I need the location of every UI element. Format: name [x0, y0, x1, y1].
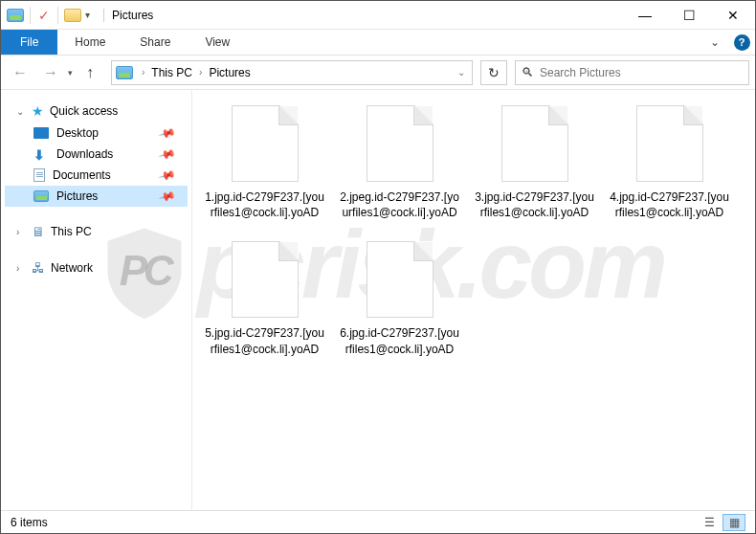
new-folder-button[interactable]	[64, 9, 81, 22]
properties-button[interactable]: ✓	[36, 8, 52, 23]
navigation-pane: ⌄ ★ Quick access Desktop 📌 ⬇ Downloads 📌…	[1, 90, 192, 510]
search-input[interactable]	[540, 66, 743, 79]
file-icon	[501, 105, 568, 182]
forward-button[interactable]: →	[37, 59, 64, 86]
minimize-button[interactable]: —	[623, 1, 667, 30]
network-icon: 🖧	[32, 260, 45, 276]
chevron-right-icon: ›	[16, 263, 26, 274]
quick-access-toolbar: ✓ ▾	[1, 7, 96, 24]
address-bar[interactable]: › This PC › Pictures ⌄	[111, 60, 473, 85]
desktop-icon	[33, 127, 49, 139]
documents-icon	[33, 168, 45, 182]
file-item[interactable]: 4.jpg.id-C279F237.[yourfiles1@cock.li].y…	[605, 100, 734, 226]
details-view-button[interactable]: ☰	[698, 514, 721, 531]
back-button[interactable]: ←	[7, 59, 33, 86]
sidebar-item-pictures[interactable]: Pictures 📌	[5, 186, 188, 207]
thumbnails-icon: ▦	[729, 516, 740, 529]
arrow-right-icon: →	[43, 64, 58, 81]
sidebar-item-label: Downloads	[56, 147, 113, 161]
tab-share[interactable]: Share	[122, 30, 188, 55]
chevron-right-icon[interactable]: ›	[139, 67, 147, 78]
sidebar-this-pc[interactable]: › 🖥 This PC	[5, 220, 188, 243]
address-dropdown[interactable]: ⌄	[455, 67, 468, 78]
titlebar: ✓ ▾ Pictures — ☐ ✕	[1, 1, 755, 30]
sidebar-item-documents[interactable]: Documents 📌	[5, 165, 188, 186]
star-icon: ★	[32, 103, 44, 119]
file-menu[interactable]: File	[1, 30, 57, 55]
tab-view[interactable]: View	[188, 30, 247, 55]
chevron-right-icon: ›	[16, 227, 26, 237]
location-icon	[116, 66, 133, 79]
file-item[interactable]: 6.jpg.id-C279F237.[yourfiles1@cock.li].y…	[335, 235, 464, 362]
chevron-down-icon: ▾	[68, 68, 73, 78]
body: ⌄ ★ Quick access Desktop 📌 ⬇ Downloads 📌…	[1, 90, 755, 510]
file-name-label: 2.jpeg.id-C279F237.[yourfiles1@cock.li].…	[339, 189, 460, 220]
file-list[interactable]: 1.jpg.id-C279F237.[yourfiles1@cock.li].y…	[192, 90, 755, 510]
computer-icon: 🖥	[32, 224, 45, 239]
ribbon-expand-button[interactable]: ⌄	[701, 30, 728, 55]
chevron-down-icon: ⌄	[710, 35, 720, 49]
close-button[interactable]: ✕	[711, 1, 755, 30]
pin-icon: 📌	[158, 123, 177, 143]
file-item[interactable]: 3.jpg.id-C279F237.[yourfiles1@cock.li].y…	[470, 100, 599, 226]
ribbon: File Home Share View ⌄ ?	[1, 30, 755, 56]
refresh-icon: ↻	[488, 65, 500, 80]
file-icon	[636, 105, 703, 182]
tab-home[interactable]: Home	[57, 30, 122, 55]
help-icon: ?	[734, 34, 750, 51]
file-name-label: 6.jpg.id-C279F237.[yourfiles1@cock.li].y…	[339, 325, 460, 356]
title-text: Pictures	[103, 9, 153, 22]
sidebar-network[interactable]: › 🖧 Network	[5, 256, 188, 279]
window-title: Pictures	[100, 9, 153, 22]
downloads-icon: ⬇	[33, 147, 49, 161]
arrow-left-icon: ←	[12, 64, 28, 81]
navigation-bar: ← → ▾ ↑ › This PC › Pictures ⌄ ↻ 🔍︎	[1, 56, 755, 90]
sidebar-header-label: This PC	[51, 225, 92, 238]
maximize-button[interactable]: ☐	[667, 1, 711, 30]
file-item[interactable]: 5.jpg.id-C279F237.[yourfiles1@cock.li].y…	[200, 235, 329, 362]
refresh-button[interactable]: ↻	[480, 60, 507, 85]
details-icon: ☰	[704, 516, 715, 529]
sidebar-item-desktop[interactable]: Desktop 📌	[5, 122, 188, 144]
file-icon	[367, 241, 434, 318]
chevron-right-icon[interactable]: ›	[196, 67, 205, 78]
search-box[interactable]: 🔍︎	[515, 60, 749, 85]
file-icon	[367, 105, 434, 182]
thumbnails-view-button[interactable]: ▦	[723, 514, 745, 531]
up-button[interactable]: ↑	[77, 59, 103, 86]
app-icon	[7, 9, 24, 22]
close-icon: ✕	[727, 8, 739, 23]
pin-icon: 📌	[158, 145, 177, 164]
sidebar-item-label: Documents	[53, 168, 111, 182]
sidebar-header-label: Network	[51, 261, 93, 275]
file-name-label: 3.jpg.id-C279F237.[yourfiles1@cock.li].y…	[474, 189, 595, 220]
chevron-down-icon: ⌄	[16, 106, 26, 117]
breadcrumb-part[interactable]: Pictures	[205, 66, 254, 79]
qat-dropdown[interactable]: ▾	[85, 10, 90, 20]
file-icon	[232, 105, 299, 182]
help-button[interactable]: ?	[728, 30, 755, 55]
sidebar-item-label: Desktop	[56, 126, 99, 140]
file-item[interactable]: 1.jpg.id-C279F237.[yourfiles1@cock.li].y…	[200, 100, 329, 226]
sidebar-item-label: Pictures	[56, 189, 98, 203]
recent-locations-button[interactable]: ▾	[68, 68, 73, 78]
arrow-up-icon: ↑	[86, 64, 94, 81]
maximize-icon: ☐	[683, 8, 696, 23]
separator	[57, 7, 58, 24]
item-count: 6 items	[11, 516, 48, 529]
separator	[30, 7, 31, 24]
file-name-label: 5.jpg.id-C279F237.[yourfiles1@cock.li].y…	[204, 325, 325, 356]
file-icon	[232, 241, 299, 318]
sidebar-quick-access[interactable]: ⌄ ★ Quick access	[5, 100, 188, 122]
file-name-label: 1.jpg.id-C279F237.[yourfiles1@cock.li].y…	[204, 189, 325, 220]
sidebar-header-label: Quick access	[50, 104, 118, 118]
window-controls: — ☐ ✕	[623, 1, 755, 30]
status-bar: 6 items ☰ ▦	[1, 510, 755, 533]
file-item[interactable]: 2.jpeg.id-C279F237.[yourfiles1@cock.li].…	[335, 100, 464, 226]
pin-icon: 📌	[158, 187, 177, 206]
file-name-label: 4.jpg.id-C279F237.[yourfiles1@cock.li].y…	[609, 189, 730, 220]
minimize-icon: —	[638, 8, 652, 23]
breadcrumb-part[interactable]: This PC	[147, 66, 196, 79]
pin-icon: 📌	[158, 166, 177, 185]
sidebar-item-downloads[interactable]: ⬇ Downloads 📌	[5, 144, 188, 165]
